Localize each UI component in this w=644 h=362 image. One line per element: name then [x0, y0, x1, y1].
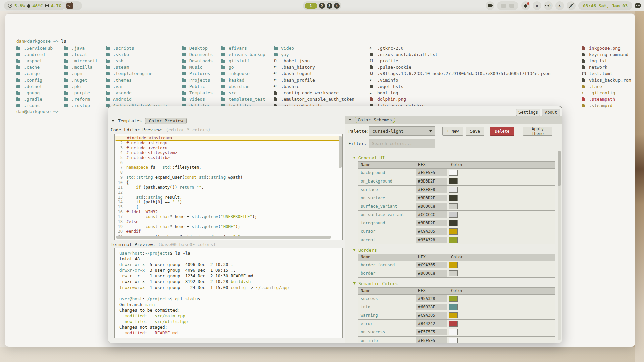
- file-item[interactable]: Music: [182, 64, 213, 70]
- file-item[interactable]: .nixos-unstab.draft.txt: [370, 51, 551, 58]
- file-item[interactable]: .local: [64, 51, 98, 58]
- hex-value-field[interactable]: #CCCCCC: [416, 211, 447, 218]
- color-swatch[interactable]: [449, 237, 458, 243]
- pointer-toggle-button[interactable]: ✕: [533, 1, 541, 10]
- workspace-2[interactable]: 2: [319, 3, 325, 9]
- apply-theme-button[interactable]: Apply Theme: [523, 127, 552, 136]
- file-item[interactable]: ◈.gitconfig: [582, 90, 631, 96]
- file-item[interactable]: .aspnet: [16, 58, 53, 64]
- hex-value-field[interactable]: #3D3D2F: [416, 178, 447, 185]
- table-row[interactable]: accent#95A328: [358, 236, 555, 244]
- table-row[interactable]: background#F5F5F5: [358, 169, 555, 177]
- delete-button[interactable]: Delete: [490, 127, 514, 136]
- file-item[interactable]: kaskad: [221, 77, 265, 83]
- table-row[interactable]: border_focused#C9A305: [358, 261, 555, 269]
- file-item[interactable]: .vscode: [106, 90, 168, 96]
- file-item[interactable]: .steampid: [582, 102, 631, 109]
- file-item[interactable]: ≡boot.log: [370, 90, 551, 96]
- color-swatch[interactable]: [449, 212, 458, 218]
- tab-templates[interactable]: Templates: [118, 118, 142, 123]
- file-item[interactable]: src: [221, 90, 265, 96]
- workspace-1[interactable]: 1: [305, 3, 317, 9]
- table-row[interactable]: foreground#3D3D2F: [358, 219, 555, 227]
- file-item[interactable]: templates_test: [221, 96, 265, 102]
- hex-value-field[interactable]: #F5F5F5: [416, 169, 447, 176]
- file-item[interactable]: .steam: [106, 64, 168, 70]
- file-item[interactable]: obsidian: [221, 83, 265, 90]
- color-swatch[interactable]: [449, 312, 458, 318]
- color-swatch[interactable]: [449, 170, 458, 176]
- file-item[interactable]: .wget-hsts: [370, 83, 551, 90]
- hex-value-field[interactable]: #60928F: [416, 304, 447, 310]
- file-item[interactable]: efivars: [221, 45, 265, 51]
- system-stats-pill[interactable]: 5.8% 48°C 4.7G: [4, 1, 65, 10]
- table-row[interactable]: success#95A328: [358, 295, 555, 303]
- file-item[interactable]: .cache: [16, 64, 53, 70]
- file-item[interactable]: .steampath: [582, 96, 631, 102]
- color-schemes-header[interactable]: Color Schemes: [345, 116, 562, 124]
- file-item[interactable]: .config: [16, 77, 53, 83]
- file-item[interactable]: .ServiceHub: [16, 45, 53, 51]
- about-button[interactable]: About: [542, 109, 560, 116]
- file-item[interactable]: .gradle: [16, 96, 53, 102]
- section-collapse-icon[interactable]: [353, 249, 356, 251]
- color-swatch[interactable]: [449, 228, 458, 235]
- file-item[interactable]: .pki: [64, 83, 98, 90]
- tab-color-preview[interactable]: Color Preview: [145, 118, 187, 124]
- hex-value-field[interactable]: #3D3D2F: [416, 195, 447, 201]
- file-item[interactable]: Downloads: [182, 58, 213, 64]
- file-item[interactable]: .gnupg: [16, 90, 53, 96]
- file-item[interactable]: inkgoose.png: [582, 45, 631, 51]
- file-item[interactable]: .scripts: [106, 45, 168, 51]
- file-item[interactable]: Public: [182, 83, 213, 90]
- table-row[interactable]: error#B44242: [358, 320, 555, 328]
- hex-value-field[interactable]: #C9A305: [416, 262, 447, 268]
- section-title[interactable]: General UI: [353, 154, 555, 161]
- file-item[interactable]: .pulse-cookie: [370, 64, 551, 70]
- owl-tray-icon[interactable]: [635, 3, 641, 8]
- file-item[interactable]: ⚙.gtkrc-2.0: [370, 45, 551, 51]
- hex-value-field[interactable]: #95A328: [416, 295, 447, 302]
- workspace-4[interactable]: 4: [334, 3, 340, 9]
- file-item[interactable]: keyring-command: [582, 51, 631, 58]
- terminal-preview-box[interactable]: user@host:~/projects$ ls -latotal 48drwx…: [114, 248, 343, 338]
- file-item[interactable]: .cargo: [16, 70, 53, 77]
- file-item[interactable]: .npm: [64, 70, 98, 77]
- brightness-button[interactable]: ☀: [555, 1, 564, 10]
- section-collapse-icon[interactable]: [353, 282, 356, 285]
- file-item[interactable]: Videos: [182, 96, 213, 102]
- file-item[interactable]: .emulator_console_auth_token: [274, 96, 354, 102]
- hex-value-field[interactable]: #3D3D2F: [416, 220, 447, 226]
- file-item[interactable]: gitstuff: [221, 58, 265, 64]
- table-row[interactable]: on_surface_variant#CCCCCC: [358, 211, 555, 219]
- file-item[interactable]: Desktop: [182, 45, 213, 51]
- section-title[interactable]: Semantic Colors: [353, 280, 555, 287]
- file-item[interactable]: Documents: [182, 51, 213, 58]
- settings-button[interactable]: Settings: [516, 109, 540, 116]
- file-item[interactable]: .dotnet: [16, 83, 53, 90]
- code-horizontal-scrollbar[interactable]: [116, 236, 331, 239]
- volume-button[interactable]: [544, 1, 553, 10]
- file-item[interactable]: .purple: [64, 90, 98, 96]
- file-item[interactable]: [T]test.toml: [582, 70, 631, 77]
- file-item[interactable]: .templateengine: [106, 70, 168, 77]
- new-palette-button[interactable]: + New: [442, 127, 463, 136]
- file-item[interactable]: dolphin.png: [370, 96, 551, 102]
- file-item[interactable]: .config.code-workspace: [274, 90, 354, 96]
- section-title[interactable]: Borders: [353, 246, 555, 254]
- file-item[interactable]: inkgoose: [221, 70, 265, 77]
- screen-record-button[interactable]: [486, 1, 494, 10]
- table-row[interactable]: info#60928F: [358, 303, 555, 311]
- file-item[interactable]: .face: [582, 83, 631, 90]
- color-swatch[interactable]: [449, 187, 458, 193]
- workspace-3[interactable]: 3: [327, 3, 332, 9]
- file-item[interactable]: .var: [106, 83, 168, 90]
- file-item[interactable]: #!.bash_logout: [274, 70, 354, 77]
- file-item[interactable]: vbios_backup.rom: [582, 77, 631, 83]
- table-row[interactable]: surface#E8E8E8: [358, 186, 555, 194]
- file-item[interactable]: log.txt: [582, 58, 631, 64]
- hex-value-field[interactable]: #D0D0C8: [416, 270, 447, 277]
- file-item[interactable]: .skiko: [106, 51, 168, 58]
- color-swatch[interactable]: [449, 203, 458, 209]
- file-item[interactable]: .rustup: [64, 102, 98, 109]
